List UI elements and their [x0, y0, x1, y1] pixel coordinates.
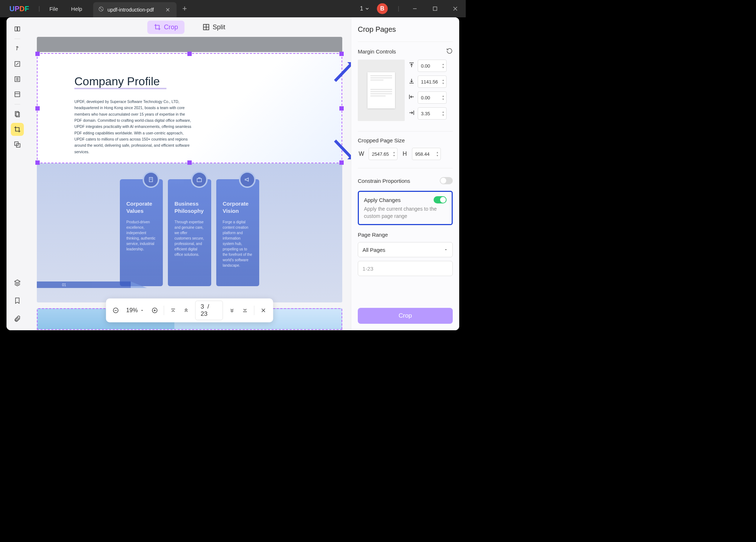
- cropped-size-header: Cropped Page Size: [358, 137, 453, 143]
- page-view[interactable]: Company Profile UPDF, developed by Super…: [37, 53, 342, 302]
- crop-selection[interactable]: Company Profile UPDF, developed by Super…: [37, 53, 342, 163]
- comment-tool[interactable]: [11, 42, 24, 55]
- edit-tool[interactable]: [11, 57, 24, 70]
- spin-up[interactable]: ▲: [392, 151, 396, 154]
- crop-handle-bottom-left[interactable]: [35, 160, 40, 165]
- first-page-button[interactable]: [167, 304, 179, 317]
- reader-tool[interactable]: [11, 22, 24, 35]
- spin-up[interactable]: ▲: [442, 110, 445, 113]
- card-body: Through expertise and genuine care, we o…: [174, 219, 204, 257]
- layers-icon[interactable]: [11, 276, 24, 289]
- menu-file[interactable]: File: [43, 6, 65, 12]
- page-range-select[interactable]: All Pages: [358, 242, 453, 257]
- doc-paragraph: UPDF, developed by Superace Software Tec…: [74, 99, 194, 155]
- split-mode-label: Split: [213, 23, 225, 31]
- page-range-input[interactable]: 1-23: [358, 261, 453, 276]
- card-title: Corporate Values: [126, 200, 156, 214]
- spin-up[interactable]: ▲: [442, 94, 445, 98]
- card-body: Product-driven excellence, independent t…: [126, 219, 156, 252]
- canvas[interactable]: Company Profile UPDF, developed by Super…: [28, 37, 351, 330]
- redact-tool[interactable]: [11, 108, 24, 121]
- spin-down[interactable]: ▼: [392, 154, 396, 157]
- panel-title: Crop Pages: [358, 25, 453, 34]
- spin-down[interactable]: ▼: [442, 82, 445, 85]
- crop-handle-top-left[interactable]: [35, 52, 40, 56]
- margin-controls-label: Margin Controls: [358, 48, 396, 55]
- width-input[interactable]: ▲▼: [369, 148, 397, 160]
- height-input[interactable]: ▲▼: [412, 148, 441, 160]
- app-window: UPDF | File Help updf-introduction-pdf ✕…: [0, 0, 466, 334]
- card-title: Business Philosophy: [174, 200, 204, 214]
- margin-left-input[interactable]: ▲▼: [418, 91, 447, 104]
- spin-up[interactable]: ▲: [442, 63, 445, 66]
- heading-underline: [74, 88, 166, 89]
- constrain-label: Constrain Proportions: [358, 178, 410, 184]
- view-toolbar: 19% 3 / 23: [106, 298, 273, 322]
- spin-up[interactable]: ▲: [442, 78, 445, 82]
- margin-right-input[interactable]: ▲▼: [418, 107, 447, 120]
- page-current: 3: [201, 303, 204, 310]
- separator: [358, 168, 453, 168]
- tab-close-icon[interactable]: ✕: [164, 7, 171, 13]
- crop-button[interactable]: Crop: [358, 308, 453, 324]
- zoom-dropdown[interactable]: 19%: [123, 307, 148, 314]
- spin-up[interactable]: ▲: [436, 151, 439, 154]
- chevron-down-icon: [140, 308, 144, 313]
- menu-help[interactable]: Help: [65, 6, 89, 12]
- apply-changes-box: Apply Changes Apply the current changes …: [358, 191, 453, 225]
- margin-bottom-input[interactable]: ▲▼: [418, 76, 447, 88]
- spin-down[interactable]: ▼: [442, 98, 445, 101]
- svg-rect-1: [433, 7, 437, 10]
- doc-heading: Company Profile: [74, 75, 160, 88]
- user-avatar[interactable]: B: [377, 3, 388, 14]
- prev-page-button[interactable]: [180, 304, 192, 317]
- bookmark-icon[interactable]: [11, 294, 24, 307]
- tab-title: updf-introduction-pdf: [108, 7, 154, 13]
- zoom-out-button[interactable]: [110, 304, 122, 317]
- document-area: Crop Split Company Profile UPDF, develop…: [28, 17, 351, 330]
- document-count-dropdown[interactable]: 1: [360, 5, 370, 12]
- split-mode-button[interactable]: Split: [196, 21, 232, 34]
- separator: [358, 131, 453, 132]
- spin-down[interactable]: ▼: [436, 154, 439, 157]
- next-page-button[interactable]: [226, 304, 238, 317]
- margin-controls-header: Margin Controls: [358, 48, 453, 55]
- crop-mode-button[interactable]: Crop: [147, 21, 184, 34]
- svg-rect-4: [15, 92, 19, 96]
- document-tab[interactable]: updf-introduction-pdf ✕: [93, 2, 177, 17]
- page-indicator[interactable]: 3 / 23: [195, 301, 223, 320]
- close-toolbar-button[interactable]: [257, 304, 269, 317]
- prev-page-strip: [37, 37, 342, 52]
- window-close-button[interactable]: [448, 2, 463, 15]
- apply-changes-toggle[interactable]: [434, 196, 447, 203]
- megaphone-icon: [239, 171, 256, 188]
- new-tab-button[interactable]: +: [182, 4, 187, 13]
- last-page-button[interactable]: [239, 304, 251, 317]
- spin-down[interactable]: ▼: [442, 66, 445, 69]
- form-tool[interactable]: [11, 88, 24, 101]
- left-toolbar: [6, 17, 28, 330]
- crop-handle-right-mid[interactable]: [339, 106, 344, 111]
- chevron-down-icon: [365, 6, 370, 11]
- page-range-label: Page Range: [358, 232, 388, 238]
- attachment-icon[interactable]: [11, 312, 24, 325]
- body-area: Crop Split Company Profile UPDF, develop…: [6, 17, 459, 330]
- crop-handle-top-right[interactable]: [339, 52, 344, 56]
- constrain-toggle[interactable]: [440, 177, 453, 184]
- zoom-in-button[interactable]: [149, 304, 161, 317]
- organize-tool[interactable]: [11, 73, 24, 86]
- crop-handle-left-mid[interactable]: [35, 106, 40, 111]
- crop-handle-top-mid[interactable]: [187, 52, 192, 56]
- compare-tool[interactable]: [11, 138, 24, 151]
- margin-bottom-icon: [408, 78, 416, 86]
- spin-down[interactable]: ▼: [442, 113, 445, 117]
- margin-left-icon: [408, 94, 416, 102]
- crop-icon: [154, 23, 161, 31]
- window-maximize-button[interactable]: [427, 2, 443, 15]
- reset-margins-button[interactable]: [446, 48, 453, 55]
- crop-handle-bottom-mid[interactable]: [187, 160, 192, 165]
- separator: [254, 306, 254, 315]
- window-minimize-button[interactable]: [407, 2, 422, 15]
- crop-tool[interactable]: [11, 123, 24, 136]
- margin-top-input[interactable]: ▲▼: [418, 60, 447, 72]
